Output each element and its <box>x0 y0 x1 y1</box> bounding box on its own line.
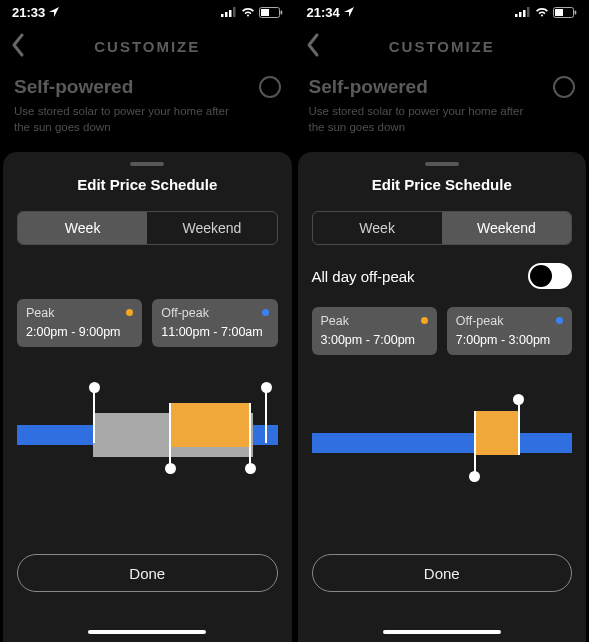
done-button[interactable]: Done <box>312 554 573 592</box>
option-self-powered[interactable]: Self-powered Use stored solar to power y… <box>0 68 295 135</box>
battery-icon <box>259 7 283 18</box>
battery-icon <box>553 7 577 18</box>
svg-rect-7 <box>515 14 518 17</box>
screen-right: 21:34 CUSTOMIZE Self-powered Use stored … <box>295 0 590 642</box>
location-icon <box>344 7 354 17</box>
timeline-peak-bar <box>474 411 518 455</box>
chip-peak-time: 2:00pm - 9:00pm <box>26 325 133 339</box>
slider-handle[interactable] <box>93 387 95 443</box>
allday-toggle[interactable] <box>528 263 572 289</box>
svg-rect-12 <box>555 9 563 16</box>
allday-label: All day off-peak <box>312 268 415 285</box>
back-icon[interactable] <box>305 32 321 58</box>
home-indicator[interactable] <box>383 630 501 635</box>
svg-rect-5 <box>261 9 269 16</box>
chip-offpeak-time: 7:00pm - 3:00pm <box>456 333 563 347</box>
location-icon <box>49 7 59 17</box>
svg-rect-3 <box>233 7 236 17</box>
sheet-grabber[interactable] <box>130 162 164 166</box>
timeline-peak-bar <box>169 403 249 447</box>
radio-icon[interactable] <box>553 76 575 98</box>
svg-rect-0 <box>221 14 224 17</box>
cellular-icon <box>515 7 531 17</box>
slider-handle[interactable] <box>518 399 520 455</box>
segmented-control[interactable]: Week Weekend <box>312 211 573 245</box>
timeline-offpeak-bar <box>312 433 573 453</box>
chip-offpeak[interactable]: Off-peak 11:00pm - 7:00am <box>152 299 277 347</box>
segmented-control[interactable]: Week Weekend <box>17 211 278 245</box>
seg-week[interactable]: Week <box>313 212 442 244</box>
wifi-icon <box>535 7 549 17</box>
status-bar: 21:33 <box>0 0 295 24</box>
slider-knob-icon[interactable] <box>469 471 480 482</box>
option-description: Use stored solar to power your home afte… <box>309 104 539 135</box>
svg-rect-2 <box>229 10 232 17</box>
chip-peak-label: Peak <box>321 314 428 328</box>
chip-peak-label: Peak <box>26 306 133 320</box>
svg-rect-10 <box>527 7 530 17</box>
slider-handle[interactable] <box>249 403 251 469</box>
back-icon[interactable] <box>10 32 26 58</box>
timeline[interactable] <box>17 385 278 475</box>
slider-knob-icon[interactable] <box>261 382 272 393</box>
sheet-grabber[interactable] <box>425 162 459 166</box>
seg-weekend[interactable]: Weekend <box>147 212 276 244</box>
option-self-powered[interactable]: Self-powered Use stored solar to power y… <box>295 68 590 135</box>
seg-week[interactable]: Week <box>18 212 147 244</box>
chip-offpeak-label: Off-peak <box>456 314 563 328</box>
done-button[interactable]: Done <box>17 554 278 592</box>
bottom-sheet: Edit Price Schedule Week Weekend All day… <box>298 152 587 642</box>
allday-row: All day off-peak <box>312 263 573 289</box>
slider-handle[interactable] <box>265 387 267 443</box>
price-chips: Peak 3:00pm - 7:00pm Off-peak 7:00pm - 3… <box>312 307 573 355</box>
svg-rect-6 <box>280 10 282 14</box>
bottom-sheet: Edit Price Schedule Week Weekend Peak 2:… <box>3 152 292 642</box>
chip-offpeak[interactable]: Off-peak 7:00pm - 3:00pm <box>447 307 572 355</box>
dot-icon <box>556 317 563 324</box>
chip-peak-time: 3:00pm - 7:00pm <box>321 333 428 347</box>
slider-knob-icon[interactable] <box>245 463 256 474</box>
status-time: 21:33 <box>12 5 45 20</box>
chip-peak[interactable]: Peak 2:00pm - 9:00pm <box>17 299 142 347</box>
svg-rect-13 <box>575 10 577 14</box>
svg-rect-1 <box>225 12 228 17</box>
cellular-icon <box>221 7 237 17</box>
status-bar: 21:34 <box>295 0 590 24</box>
slider-knob-icon[interactable] <box>513 394 524 405</box>
slider-knob-icon[interactable] <box>165 463 176 474</box>
svg-rect-9 <box>523 10 526 17</box>
screen-left: 21:33 CUSTOMIZE Self-powered Use stored … <box>0 0 295 642</box>
slider-knob-icon[interactable] <box>89 382 100 393</box>
chip-peak[interactable]: Peak 3:00pm - 7:00pm <box>312 307 437 355</box>
nav-header: CUSTOMIZE <box>0 24 295 68</box>
dot-icon <box>421 317 428 324</box>
page-title: CUSTOMIZE <box>389 38 495 55</box>
home-indicator[interactable] <box>88 630 206 635</box>
sheet-title: Edit Price Schedule <box>17 176 278 193</box>
chip-offpeak-label: Off-peak <box>161 306 268 320</box>
svg-rect-8 <box>519 12 522 17</box>
price-chips: Peak 2:00pm - 9:00pm Off-peak 11:00pm - … <box>17 299 278 347</box>
page-title: CUSTOMIZE <box>94 38 200 55</box>
timeline[interactable] <box>312 393 573 483</box>
slider-handle[interactable] <box>169 403 171 469</box>
slider-handle[interactable] <box>474 411 476 477</box>
toggle-knob-icon <box>530 265 552 287</box>
seg-weekend[interactable]: Weekend <box>442 212 571 244</box>
option-description: Use stored solar to power your home afte… <box>14 104 244 135</box>
sheet-title: Edit Price Schedule <box>312 176 573 193</box>
radio-icon[interactable] <box>259 76 281 98</box>
nav-header: CUSTOMIZE <box>295 24 590 68</box>
timeline-offpeak-end <box>267 425 274 445</box>
status-time: 21:34 <box>307 5 340 20</box>
option-title: Self-powered <box>309 76 428 98</box>
dot-icon <box>262 309 269 316</box>
chip-offpeak-time: 11:00pm - 7:00am <box>161 325 268 339</box>
option-title: Self-powered <box>14 76 133 98</box>
wifi-icon <box>241 7 255 17</box>
